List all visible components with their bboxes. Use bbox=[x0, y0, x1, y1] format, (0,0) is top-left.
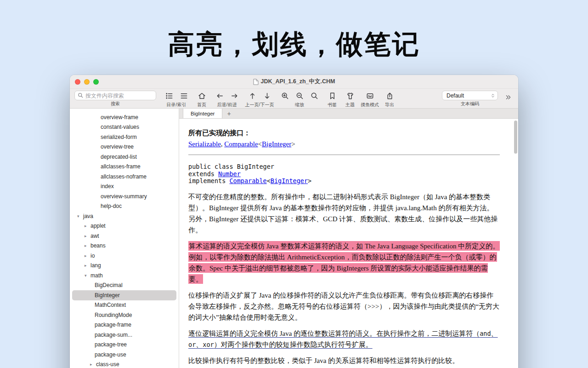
sidebar-item-overview-summary[interactable]: overview-summary bbox=[72, 191, 176, 201]
sidebar-item-help-doc[interactable]: help-doc bbox=[72, 201, 176, 212]
sidebar-item-java[interactable]: ▾java bbox=[72, 211, 176, 221]
zoom-in-button[interactable] bbox=[277, 91, 292, 101]
theme-group: 主题 bbox=[343, 91, 357, 108]
prev-page-button[interactable] bbox=[245, 91, 260, 101]
zoom-reset-button[interactable] bbox=[307, 91, 322, 101]
sidebar-item-awt[interactable]: ▸awt bbox=[72, 231, 176, 241]
sidebar-item-roundingmode[interactable]: RoundingMode bbox=[72, 310, 176, 320]
biginteger-link[interactable]: BigInteger bbox=[262, 140, 291, 148]
comparable-link[interactable]: Comparable bbox=[229, 177, 266, 184]
toc-button[interactable] bbox=[162, 91, 176, 101]
sidebar-item-lang[interactable]: ▸lang bbox=[72, 261, 176, 271]
minimize-window-button[interactable] bbox=[84, 79, 90, 85]
serializable-link[interactable]: Serializable bbox=[188, 140, 221, 148]
document-icon bbox=[253, 79, 259, 85]
forward-arrow-icon bbox=[230, 92, 239, 100]
zoom-out-button[interactable] bbox=[292, 91, 307, 101]
tab-bar: BigInteger + bbox=[179, 109, 518, 119]
search-input[interactable] bbox=[85, 92, 153, 99]
code-text: or bbox=[188, 341, 196, 348]
disclosure-right-icon[interactable]: ▸ bbox=[85, 263, 90, 268]
sidebar-item-package-tree[interactable]: package-tree bbox=[72, 340, 176, 350]
sidebar-item-beans[interactable]: ▸beans bbox=[72, 241, 176, 251]
boss-key-button[interactable] bbox=[362, 91, 377, 101]
sidebar-item-biginteger[interactable]: BigInteger bbox=[72, 290, 176, 300]
zoom-out-icon bbox=[295, 92, 304, 100]
sidebar-item-index[interactable]: index bbox=[72, 182, 176, 192]
sidebar-item-overview-frame[interactable]: overview-frame bbox=[72, 112, 176, 122]
sidebar-item-constant-values[interactable]: constant-values bbox=[72, 122, 176, 132]
sidebar-item-package-summary[interactable]: package-sum... bbox=[72, 330, 176, 340]
bookmark-icon bbox=[328, 92, 337, 100]
encoding-value: Default bbox=[447, 92, 464, 99]
disclosure-right-icon[interactable]: ▸ bbox=[90, 362, 96, 367]
disclosure-right-icon[interactable]: ▸ bbox=[85, 224, 90, 228]
angle-bracket: > bbox=[291, 140, 295, 148]
paragraph-comparison: 比较操作执行有符号的整数比较，类似于 Java 的关系运算符和相等性运算符执行的… bbox=[188, 355, 500, 366]
sidebar-item-label: MathContext bbox=[95, 302, 126, 308]
sidebar-item-package-frame[interactable]: package-frame bbox=[72, 320, 176, 330]
sidebar-item-math[interactable]: ▾math bbox=[72, 270, 176, 281]
toolbar-overflow-button[interactable] bbox=[503, 92, 514, 103]
tab-biginteger[interactable]: BigInteger bbox=[183, 109, 222, 118]
disclosure-right-icon[interactable]: ▸ bbox=[85, 234, 90, 238]
sidebar-item-deprecated-list[interactable]: deprecated-list bbox=[72, 152, 176, 162]
fish-mode-icon bbox=[366, 92, 374, 100]
sidebar-item-serialized-form[interactable]: serialized-form bbox=[72, 132, 176, 142]
home-caption: 首页 bbox=[197, 102, 206, 108]
home-icon bbox=[198, 92, 206, 100]
sidebar-item-io[interactable]: ▸io bbox=[72, 251, 176, 261]
home-button[interactable] bbox=[194, 91, 209, 101]
sidebar-item-label: deprecated-list bbox=[101, 154, 137, 160]
fullscreen-window-button[interactable] bbox=[93, 79, 99, 85]
paragraph-shift: 位移操作的语义扩展了 Java 的位移操作符的语义以允许产生负位移距离。带有负位… bbox=[188, 290, 500, 323]
text-segment: ）对两个操作数中的较短操作数隐式执行符号扩展。 bbox=[214, 341, 373, 348]
window-title: JDK_API_1.6_zh_中文.CHM bbox=[253, 78, 335, 86]
sidebar-item-overview-tree[interactable]: overview-tree bbox=[72, 142, 176, 152]
sidebar-item-applet[interactable]: ▸applet bbox=[72, 221, 176, 231]
comparable-link[interactable]: Comparable bbox=[224, 140, 258, 148]
sidebar-item-label: help-doc bbox=[101, 203, 122, 209]
add-tab-button[interactable]: + bbox=[222, 109, 235, 118]
sidebar-item-allclasses-noframe[interactable]: allclasses-noframe bbox=[72, 172, 176, 182]
sidebar-item-bigdecimal[interactable]: BigDecimal bbox=[72, 281, 176, 291]
sidebar-item-mathcontext[interactable]: MathContext bbox=[72, 300, 176, 310]
sidebar-tree: overview-frame constant-values serialize… bbox=[70, 109, 179, 368]
disclosure-down-icon[interactable]: ▾ bbox=[77, 214, 83, 218]
back-button[interactable] bbox=[212, 91, 227, 101]
disclosure-down-icon[interactable]: ▾ bbox=[85, 273, 90, 278]
vertical-scrollbar-thumb[interactable] bbox=[514, 121, 517, 154]
index-button[interactable] bbox=[176, 91, 191, 101]
sidebar-item-class-use[interactable]: ▸class-use bbox=[72, 360, 176, 368]
sidebar-item-label: constant-values bbox=[101, 124, 139, 130]
sidebar-item-label: index bbox=[101, 183, 114, 190]
biginteger-link[interactable]: BigInteger bbox=[271, 177, 308, 184]
sidebar-item-label: serialized-form bbox=[101, 134, 137, 140]
disclosure-right-icon[interactable]: ▸ bbox=[85, 253, 90, 258]
sidebar-item-label: awt bbox=[90, 233, 99, 239]
search-field[interactable] bbox=[74, 91, 156, 100]
encoding-select[interactable]: Default bbox=[442, 91, 498, 100]
sidebar-item-allclasses-frame[interactable]: allclasses-frame bbox=[72, 162, 176, 172]
implemented-interfaces-list: Serializable, Comparable<BigInteger> bbox=[188, 138, 500, 150]
forward-button[interactable] bbox=[227, 91, 242, 101]
search-icon bbox=[78, 92, 84, 98]
close-window-button[interactable] bbox=[75, 79, 80, 85]
export-icon bbox=[385, 92, 394, 100]
bookmark-button[interactable] bbox=[325, 91, 339, 101]
toolbar: 搜索 目录/索引 首页 bbox=[70, 89, 518, 109]
toc-index-group: 目录/索引 bbox=[162, 91, 191, 108]
next-page-button[interactable] bbox=[260, 91, 274, 101]
code-text: implements bbox=[188, 177, 229, 184]
sidebar-item-label: package-tree bbox=[95, 341, 127, 348]
export-button[interactable] bbox=[382, 91, 397, 101]
sidebar-item-label: class-use bbox=[96, 361, 119, 368]
number-link[interactable]: Number bbox=[218, 170, 241, 178]
sidebar-item-package-use[interactable]: package-use bbox=[72, 350, 176, 360]
sidebar-item-label: package-frame bbox=[95, 322, 131, 328]
zoom-group: 缩放 bbox=[277, 91, 322, 108]
theme-caption: 主题 bbox=[345, 102, 355, 108]
theme-button[interactable] bbox=[343, 91, 357, 101]
bookmark-group: 书签 bbox=[325, 91, 339, 108]
disclosure-right-icon[interactable]: ▸ bbox=[85, 243, 90, 248]
